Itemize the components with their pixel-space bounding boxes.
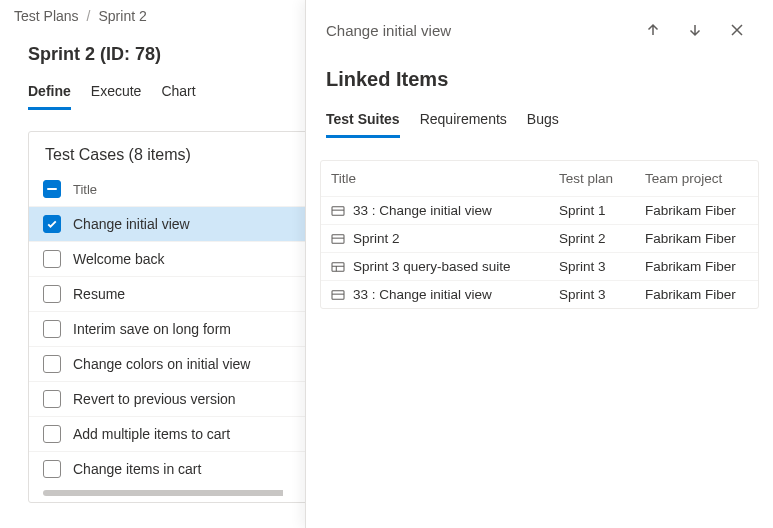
linked-item-title: 33 : Change initial view (353, 287, 492, 302)
tab-execute[interactable]: Execute (91, 79, 142, 110)
linked-items-header-row: Title Test plan Team project (321, 161, 758, 196)
breadcrumb-root[interactable]: Test Plans (14, 8, 79, 24)
linked-item-team: Fabrikam Fiber (645, 231, 748, 246)
svg-rect-1 (332, 234, 344, 243)
linked-item-plan: Sprint 3 (559, 259, 645, 274)
linked-item-row[interactable]: 33 : Change initial viewSprint 1Fabrikam… (321, 196, 758, 224)
suite-icon (331, 233, 345, 245)
next-item-button[interactable] (679, 14, 711, 46)
panel-tab-test-suites[interactable]: Test Suites (326, 107, 400, 138)
linked-item-row[interactable]: 33 : Change initial viewSprint 3Fabrikam… (321, 280, 758, 308)
test-case-title: Welcome back (73, 251, 165, 267)
linked-item-row[interactable]: Sprint 3 query-based suiteSprint 3Fabrik… (321, 252, 758, 280)
tab-chart[interactable]: Chart (161, 79, 195, 110)
select-all-checkbox[interactable] (43, 180, 61, 198)
column-title: Title (73, 182, 97, 197)
test-case-checkbox[interactable] (43, 250, 61, 268)
suite-icon (331, 205, 345, 217)
test-case-title: Change initial view (73, 216, 190, 232)
panel-tab-requirements[interactable]: Requirements (420, 107, 507, 138)
linked-item-row[interactable]: Sprint 2Sprint 2Fabrikam Fiber (321, 224, 758, 252)
close-panel-button[interactable] (721, 14, 753, 46)
test-case-title: Revert to previous version (73, 391, 236, 407)
linked-item-title: Sprint 2 (353, 231, 400, 246)
col-team: Team project (645, 171, 748, 186)
test-case-title: Change colors on initial view (73, 356, 250, 372)
linked-item-team: Fabrikam Fiber (645, 259, 748, 274)
test-case-checkbox[interactable] (43, 425, 61, 443)
col-plan: Test plan (559, 171, 645, 186)
panel-tabs: Test SuitesRequirementsBugs (306, 97, 773, 138)
breadcrumb-current[interactable]: Sprint 2 (98, 8, 146, 24)
linked-item-plan: Sprint 1 (559, 203, 645, 218)
test-case-checkbox[interactable] (43, 390, 61, 408)
linked-items-table: Title Test plan Team project 33 : Change… (320, 160, 759, 309)
svg-rect-2 (332, 262, 344, 271)
breadcrumb-separator: / (87, 8, 91, 24)
test-case-checkbox[interactable] (43, 285, 61, 303)
test-case-checkbox[interactable] (43, 460, 61, 478)
linked-item-title: 33 : Change initial view (353, 203, 492, 218)
test-case-checkbox[interactable] (43, 215, 61, 233)
linked-item-plan: Sprint 2 (559, 231, 645, 246)
tab-define[interactable]: Define (28, 79, 71, 110)
side-panel: Change initial view Linked Items Test Su… (305, 0, 773, 528)
linked-item-team: Fabrikam Fiber (645, 203, 748, 218)
prev-item-button[interactable] (637, 14, 669, 46)
svg-rect-0 (332, 206, 344, 215)
panel-title: Change initial view (326, 22, 627, 39)
linked-item-plan: Sprint 3 (559, 287, 645, 302)
test-case-title: Change items in cart (73, 461, 201, 477)
col-title: Title (331, 171, 559, 186)
test-case-checkbox[interactable] (43, 355, 61, 373)
suite-icon (331, 261, 345, 273)
arrow-up-icon (645, 22, 661, 38)
test-case-checkbox[interactable] (43, 320, 61, 338)
test-case-title: Add multiple items to cart (73, 426, 230, 442)
suite-icon (331, 289, 345, 301)
arrow-down-icon (687, 22, 703, 38)
panel-tab-bugs[interactable]: Bugs (527, 107, 559, 138)
panel-section-title: Linked Items (306, 50, 773, 97)
svg-rect-3 (332, 290, 344, 299)
linked-item-title: Sprint 3 query-based suite (353, 259, 511, 274)
test-case-title: Resume (73, 286, 125, 302)
linked-item-team: Fabrikam Fiber (645, 287, 748, 302)
test-case-title: Interim save on long form (73, 321, 231, 337)
close-icon (729, 22, 745, 38)
